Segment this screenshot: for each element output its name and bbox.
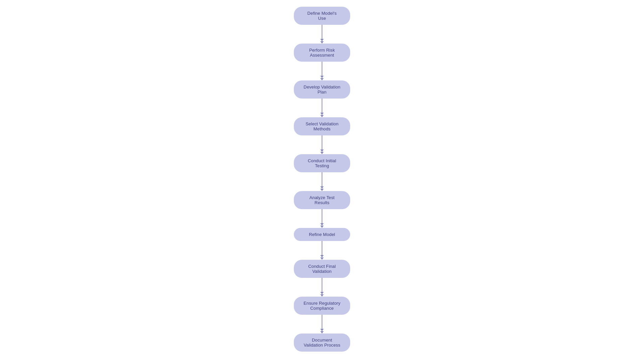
flow-node-refine-model[interactable]: Refine Model xyxy=(294,228,350,241)
arrow-line-6 xyxy=(322,248,322,255)
arrow-line-0 xyxy=(322,32,322,39)
flow-node-document-validation-process[interactable]: Document Validation Process xyxy=(294,334,350,352)
arrow-line-3 xyxy=(322,142,322,149)
arrow-head-2 xyxy=(320,113,324,115)
arrow-line-8 xyxy=(322,322,322,329)
arrow-line-5 xyxy=(322,216,322,223)
flow-node-analyze-test-results[interactable]: Analyze Test Results xyxy=(294,191,350,209)
flow-node-select-validation-methods[interactable]: Select Validation Methods xyxy=(294,117,350,135)
arrow-line-4 xyxy=(322,179,322,186)
flow-arrow-8 xyxy=(320,315,324,334)
flow-arrow-7 xyxy=(320,278,324,297)
flowchart: Define Model's UsePerform Risk Assessmen… xyxy=(0,0,644,358)
arrow-head-5 xyxy=(320,223,324,226)
flow-arrow-5 xyxy=(320,209,324,228)
flow-arrow-2 xyxy=(320,99,324,117)
flow-node-develop-validation-plan[interactable]: Develop Validation Plan xyxy=(294,80,350,99)
arrow-line-1 xyxy=(322,69,322,76)
flow-node-define-models-use[interactable]: Define Model's Use xyxy=(294,7,350,25)
arrow-head-7 xyxy=(320,292,324,294)
arrow-head-1 xyxy=(320,76,324,78)
arrow-head-4 xyxy=(320,186,324,189)
flow-arrow-1 xyxy=(320,62,324,80)
flow-node-conduct-initial-testing[interactable]: Conduct Initial Testing xyxy=(294,154,350,172)
flow-arrow-6 xyxy=(320,241,324,260)
arrow-head-6 xyxy=(320,255,324,257)
flow-arrow-0 xyxy=(320,25,324,44)
flow-arrow-4 xyxy=(320,172,324,191)
flow-arrow-3 xyxy=(320,135,324,154)
arrow-head-3 xyxy=(320,149,324,152)
arrow-line-7 xyxy=(322,285,322,292)
flow-node-perform-risk-assessment[interactable]: Perform Risk Assessment xyxy=(294,44,350,62)
arrow-head-0 xyxy=(320,39,324,41)
arrow-line-2 xyxy=(322,106,322,113)
arrow-head-8 xyxy=(320,329,324,331)
flow-node-conduct-final-validation[interactable]: Conduct Final Validation xyxy=(294,260,350,278)
flow-node-ensure-regulatory-compliance[interactable]: Ensure Regulatory Compliance xyxy=(294,297,350,315)
